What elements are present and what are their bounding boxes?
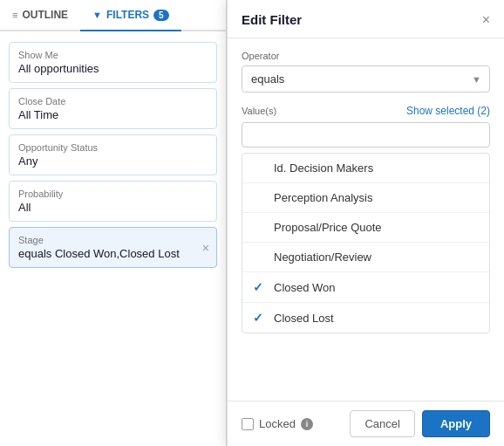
edit-filter-panel: Edit Filter × Operator equals not equals… [227, 0, 504, 446]
item-label-id-decision-makers: Id. Decision Makers [274, 161, 373, 175]
filter-probability-label: Probability [18, 189, 208, 199]
filter-close-date-label: Close Date [18, 96, 208, 106]
filter-show-me-label: Show Me [18, 50, 208, 60]
filter-close-date[interactable]: Close Date All Time [9, 88, 217, 129]
values-search-input[interactable] [242, 122, 490, 148]
cancel-button[interactable]: Cancel [350, 410, 414, 437]
edit-filter-title: Edit Filter [242, 12, 302, 27]
edit-filter-body: Operator equals not equals contains star… [228, 38, 504, 401]
list-item-perception-analysis[interactable]: Perception Analysis [242, 183, 489, 213]
outline-icon: ≡ [12, 10, 17, 20]
item-label-closed-won: Closed Won [274, 281, 336, 294]
list-item-proposal-price-quote[interactable]: Proposal/Price Quote [242, 213, 489, 243]
check-closed-lost: ✓ [253, 311, 267, 325]
values-dropdown-list: Id. Decision Makers Perception Analysis … [242, 153, 490, 333]
edit-filter-footer: Locked i Cancel Apply [228, 401, 504, 446]
tab-filters-label: FILTERS [106, 9, 149, 21]
operator-label: Operator [242, 51, 490, 61]
filter-probability-value: All [18, 201, 208, 214]
filter-opportunity-status-label: Opportunity Status [18, 142, 208, 153]
list-item-id-decision-makers[interactable]: Id. Decision Makers [242, 154, 489, 183]
values-label: Value(s) [242, 106, 276, 116]
filter-show-me[interactable]: Show Me All opportunities [9, 42, 217, 83]
filter-stage-value: equals Closed Won,Closed Lost [18, 247, 208, 260]
filter-probability[interactable]: Probability All [9, 181, 217, 222]
locked-info-icon: i [301, 418, 313, 430]
filter-show-me-value: All opportunities [18, 62, 208, 75]
filter-opportunity-status[interactable]: Opportunity Status Any [9, 134, 217, 175]
filter-stage-close[interactable]: × [202, 242, 209, 254]
filter-list: Show Me All opportunities Close Date All… [0, 31, 226, 278]
item-label-proposal-price-quote: Proposal/Price Quote [274, 221, 382, 234]
tabs-bar: ≡ OUTLINE ▼ FILTERS 5 [0, 0, 226, 31]
locked-section: Locked i [242, 417, 313, 430]
check-closed-won: ✓ [253, 280, 267, 294]
edit-filter-header: Edit Filter × [228, 0, 504, 38]
tab-outline-label: OUTLINE [22, 9, 68, 21]
footer-buttons: Cancel Apply [350, 410, 490, 437]
filter-stage-label: Stage [18, 235, 208, 245]
tab-filters[interactable]: ▼ FILTERS 5 [80, 0, 181, 31]
list-item-closed-lost[interactable]: ✓ Closed Lost [242, 303, 489, 333]
filter-opportunity-status-value: Any [18, 154, 208, 168]
tab-outline[interactable]: ≡ OUTLINE [0, 0, 80, 31]
item-label-closed-lost: Closed Lost [274, 312, 334, 325]
filter-close-date-value: All Time [18, 108, 208, 121]
filter-icon: ▼ [92, 10, 102, 20]
values-header: Value(s) Show selected (2) [242, 105, 490, 117]
edit-filter-close[interactable]: × [482, 13, 490, 27]
left-panel: ≡ OUTLINE ▼ FILTERS 5 Show Me All opport… [0, 0, 227, 446]
locked-label: Locked [259, 417, 296, 430]
item-label-perception-analysis: Perception Analysis [274, 191, 372, 204]
apply-button[interactable]: Apply [422, 410, 490, 437]
operator-select-wrapper: equals not equals contains starts with ▼ [242, 65, 490, 93]
show-selected-link[interactable]: Show selected (2) [406, 105, 490, 117]
locked-checkbox[interactable] [242, 418, 254, 430]
filters-badge: 5 [153, 10, 169, 21]
item-label-negotiation-review: Negotiation/Review [274, 250, 371, 264]
list-item-negotiation-review[interactable]: Negotiation/Review [242, 243, 489, 272]
list-item-closed-won[interactable]: ✓ Closed Won [242, 272, 489, 303]
filter-stage[interactable]: Stage equals Closed Won,Closed Lost × [9, 227, 217, 268]
operator-select[interactable]: equals not equals contains starts with [242, 65, 490, 93]
